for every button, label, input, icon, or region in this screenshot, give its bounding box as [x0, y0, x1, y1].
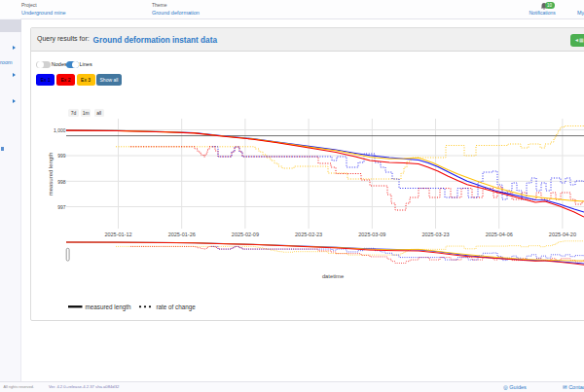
svg-text:2025-03-09: 2025-03-09: [358, 232, 385, 237]
svg-text:1,000: 1,000: [54, 127, 66, 133]
svg-text:2025-01-26: 2025-01-26: [168, 232, 196, 237]
svg-text:997: 997: [57, 204, 66, 210]
svg-text:datetime: datetime: [322, 273, 344, 279]
svg-text:rate of change: rate of change: [157, 303, 197, 311]
svg-text:2025-02-09: 2025-02-09: [232, 232, 259, 237]
svg-text:999: 999: [57, 153, 66, 159]
svg-text:998: 998: [57, 179, 66, 185]
svg-text:measured length: measured length: [86, 303, 131, 311]
svg-text:2025-04-06: 2025-04-06: [486, 232, 513, 237]
svg-text:measured length: measured length: [48, 153, 54, 196]
svg-text:2025-01-12: 2025-01-12: [104, 232, 131, 237]
svg-text:2025-02-23: 2025-02-23: [295, 232, 322, 237]
svg-text:2025-03-23: 2025-03-23: [421, 232, 449, 237]
svg-text:2025-04-20: 2025-04-20: [549, 232, 576, 237]
